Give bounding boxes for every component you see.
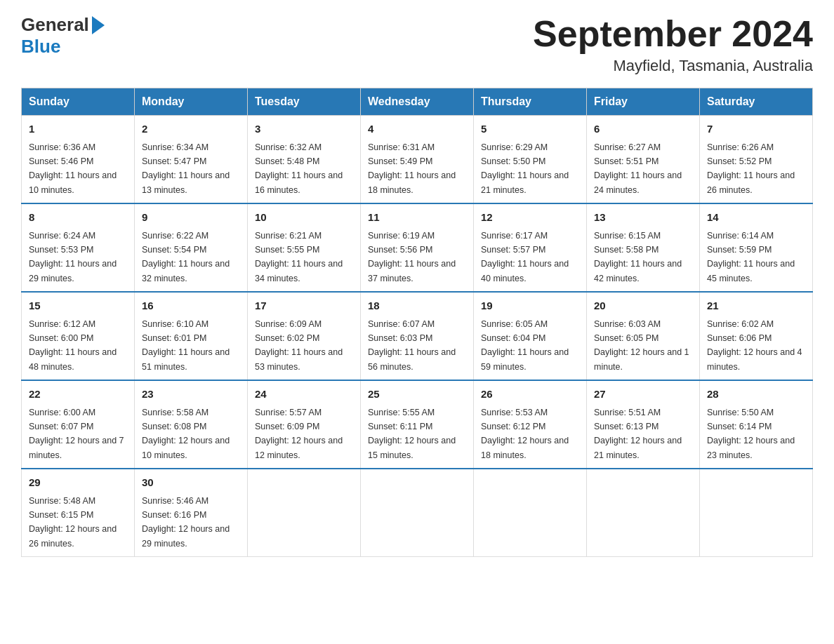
day-sunrise: Sunrise: 6:14 AM — [707, 231, 774, 241]
day-sunset: Sunset: 5:49 PM — [368, 156, 432, 166]
calendar-cell: 9Sunrise: 6:22 AMSunset: 5:54 PMDaylight… — [135, 203, 248, 292]
day-daylight: Daylight: 11 hours and 56 minutes. — [368, 347, 456, 371]
day-sunset: Sunset: 5:54 PM — [142, 245, 206, 255]
day-daylight: Daylight: 11 hours and 32 minutes. — [142, 259, 230, 283]
calendar-cell: 14Sunrise: 6:14 AMSunset: 5:59 PMDayligh… — [700, 203, 813, 292]
logo-triangle-icon — [92, 16, 105, 34]
day-sunrise: Sunrise: 6:00 AM — [29, 408, 95, 417]
day-daylight: Daylight: 12 hours and 29 minutes. — [142, 524, 230, 548]
day-sunrise: Sunrise: 6:02 AM — [707, 319, 774, 329]
day-sunset: Sunset: 6:08 PM — [142, 422, 206, 431]
day-sunrise: Sunrise: 6:24 AM — [29, 231, 95, 241]
calendar-cell: 25Sunrise: 5:55 AMSunset: 6:11 PMDayligh… — [361, 380, 474, 469]
day-sunset: Sunset: 6:13 PM — [594, 422, 658, 431]
day-sunset: Sunset: 6:11 PM — [368, 422, 432, 431]
calendar-cell: 8Sunrise: 6:24 AMSunset: 5:53 PMDaylight… — [22, 203, 135, 292]
day-number: 17 — [255, 298, 353, 314]
calendar-cell: 18Sunrise: 6:07 AMSunset: 6:03 PMDayligh… — [361, 292, 474, 380]
weekday-header-tuesday: Tuesday — [248, 88, 361, 116]
calendar-cell: 19Sunrise: 6:05 AMSunset: 6:04 PMDayligh… — [474, 292, 587, 380]
day-sunrise: Sunrise: 6:17 AM — [481, 231, 548, 241]
day-sunrise: Sunrise: 6:05 AM — [481, 319, 548, 329]
day-daylight: Daylight: 12 hours and 12 minutes. — [255, 436, 343, 459]
day-number: 9 — [142, 210, 240, 226]
day-number: 22 — [29, 387, 127, 403]
week-row-4: 22Sunrise: 6:00 AMSunset: 6:07 PMDayligh… — [22, 380, 813, 469]
calendar-cell: 5Sunrise: 6:29 AMSunset: 5:50 PMDaylight… — [474, 116, 587, 204]
calendar-cell: 26Sunrise: 5:53 AMSunset: 6:12 PMDayligh… — [474, 380, 587, 469]
day-number: 24 — [255, 387, 353, 403]
day-sunset: Sunset: 5:55 PM — [255, 245, 319, 255]
day-daylight: Daylight: 11 hours and 10 minutes. — [29, 170, 117, 194]
day-sunset: Sunset: 6:01 PM — [142, 333, 206, 343]
day-number: 20 — [594, 298, 692, 314]
day-daylight: Daylight: 11 hours and 13 minutes. — [142, 170, 230, 194]
day-daylight: Daylight: 11 hours and 29 minutes. — [29, 259, 117, 283]
calendar-cell: 4Sunrise: 6:31 AMSunset: 5:49 PMDaylight… — [361, 116, 474, 204]
day-number: 10 — [255, 210, 353, 226]
day-number: 26 — [481, 387, 579, 403]
calendar-cell: 21Sunrise: 6:02 AMSunset: 6:06 PMDayligh… — [700, 292, 813, 380]
calendar-cell: 7Sunrise: 6:26 AMSunset: 5:52 PMDaylight… — [700, 116, 813, 204]
day-sunrise: Sunrise: 6:36 AM — [29, 142, 95, 152]
week-row-5: 29Sunrise: 5:48 AMSunset: 6:15 PMDayligh… — [22, 469, 813, 557]
day-sunrise: Sunrise: 6:27 AM — [594, 142, 661, 152]
calendar-cell: 29Sunrise: 5:48 AMSunset: 6:15 PMDayligh… — [22, 469, 135, 557]
day-sunrise: Sunrise: 5:51 AM — [594, 408, 661, 417]
calendar-cell: 24Sunrise: 5:57 AMSunset: 6:09 PMDayligh… — [248, 380, 361, 469]
day-sunset: Sunset: 6:14 PM — [707, 422, 772, 431]
day-sunrise: Sunrise: 5:50 AM — [707, 408, 774, 417]
calendar-cell: 1Sunrise: 6:36 AMSunset: 5:46 PMDaylight… — [22, 116, 135, 204]
day-number: 5 — [481, 121, 579, 137]
day-daylight: Daylight: 12 hours and 23 minutes. — [707, 436, 795, 459]
calendar-cell: 30Sunrise: 5:46 AMSunset: 6:16 PMDayligh… — [135, 469, 248, 557]
day-number: 7 — [707, 121, 805, 137]
day-daylight: Daylight: 12 hours and 1 minute. — [594, 347, 689, 371]
logo: General Blue — [21, 14, 105, 58]
day-sunset: Sunset: 5:56 PM — [368, 245, 432, 255]
week-row-1: 1Sunrise: 6:36 AMSunset: 5:46 PMDaylight… — [22, 116, 813, 204]
calendar-cell: 22Sunrise: 6:00 AMSunset: 6:07 PMDayligh… — [22, 380, 135, 469]
calendar-cell — [700, 469, 813, 557]
day-daylight: Daylight: 11 hours and 51 minutes. — [142, 347, 230, 371]
day-sunset: Sunset: 5:48 PM — [255, 156, 319, 166]
day-daylight: Daylight: 11 hours and 42 minutes. — [594, 259, 682, 283]
day-daylight: Daylight: 12 hours and 21 minutes. — [594, 436, 682, 459]
day-sunrise: Sunrise: 6:32 AM — [255, 142, 322, 152]
page-header: General Blue September 2024 Mayfield, Ta… — [21, 14, 813, 75]
day-sunrise: Sunrise: 6:07 AM — [368, 319, 435, 329]
day-sunset: Sunset: 5:59 PM — [707, 245, 772, 255]
day-number: 28 — [707, 387, 805, 403]
day-number: 19 — [481, 298, 579, 314]
day-daylight: Daylight: 11 hours and 34 minutes. — [255, 259, 343, 283]
day-sunset: Sunset: 5:46 PM — [29, 156, 93, 166]
day-number: 8 — [29, 210, 127, 226]
day-sunset: Sunset: 6:12 PM — [481, 422, 545, 431]
calendar-cell: 6Sunrise: 6:27 AMSunset: 5:51 PMDaylight… — [587, 116, 700, 204]
day-daylight: Daylight: 11 hours and 18 minutes. — [368, 170, 456, 194]
day-sunset: Sunset: 6:04 PM — [481, 333, 545, 343]
day-sunrise: Sunrise: 6:09 AM — [255, 319, 322, 329]
day-sunrise: Sunrise: 6:26 AM — [707, 142, 774, 152]
calendar-cell — [587, 469, 700, 557]
logo-blue-text: Blue — [21, 36, 60, 57]
weekday-header-monday: Monday — [135, 88, 248, 116]
day-daylight: Daylight: 11 hours and 16 minutes. — [255, 170, 343, 194]
calendar-cell: 20Sunrise: 6:03 AMSunset: 6:05 PMDayligh… — [587, 292, 700, 380]
day-sunrise: Sunrise: 6:22 AM — [142, 231, 208, 241]
day-sunrise: Sunrise: 6:12 AM — [29, 319, 95, 329]
day-number: 25 — [368, 387, 466, 403]
calendar-cell: 2Sunrise: 6:34 AMSunset: 5:47 PMDaylight… — [135, 116, 248, 204]
day-number: 18 — [368, 298, 466, 314]
day-sunrise: Sunrise: 6:15 AM — [594, 231, 661, 241]
day-daylight: Daylight: 11 hours and 40 minutes. — [481, 259, 569, 283]
day-number: 3 — [255, 121, 353, 137]
day-sunset: Sunset: 6:09 PM — [255, 422, 319, 431]
day-daylight: Daylight: 11 hours and 26 minutes. — [707, 170, 795, 194]
location-subtitle: Mayfield, Tasmania, Australia — [533, 57, 813, 75]
day-sunrise: Sunrise: 5:46 AM — [142, 496, 208, 506]
day-daylight: Daylight: 12 hours and 10 minutes. — [142, 436, 230, 459]
calendar-table: SundayMondayTuesdayWednesdayThursdayFrid… — [21, 88, 813, 557]
day-daylight: Daylight: 11 hours and 21 minutes. — [481, 170, 569, 194]
day-number: 23 — [142, 387, 240, 403]
